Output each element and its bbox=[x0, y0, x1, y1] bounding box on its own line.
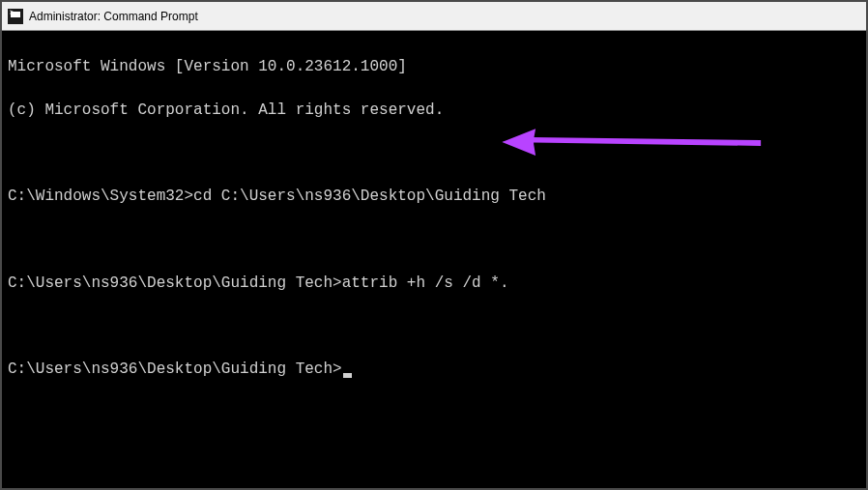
command-line-1: C:\Windows\System32>cd C:\Users\ns936\De… bbox=[8, 186, 860, 207]
command-line-3: C:\Users\ns936\Desktop\Guiding Tech> bbox=[8, 359, 860, 380]
prompt-3: C:\Users\ns936\Desktop\Guiding Tech> bbox=[8, 360, 342, 378]
terminal-output[interactable]: Microsoft Windows [Version 10.0.23612.10… bbox=[2, 31, 866, 488]
window-title: Administrator: Command Prompt bbox=[29, 10, 198, 23]
cursor bbox=[343, 373, 352, 378]
copyright-line: (c) Microsoft Corporation. All rights re… bbox=[8, 100, 860, 121]
version-line: Microsoft Windows [Version 10.0.23612.10… bbox=[8, 56, 860, 77]
cmd-icon bbox=[8, 9, 23, 24]
command-1: cd C:\Users\ns936\Desktop\Guiding Tech bbox=[193, 187, 546, 205]
command-line-2: C:\Users\ns936\Desktop\Guiding Tech>attr… bbox=[8, 273, 860, 294]
prompt-1: C:\Windows\System32> bbox=[8, 187, 193, 205]
prompt-2: C:\Users\ns936\Desktop\Guiding Tech> bbox=[8, 274, 342, 292]
command-2: attrib +h /s /d *. bbox=[342, 274, 509, 292]
titlebar[interactable]: Administrator: Command Prompt bbox=[2, 2, 866, 31]
